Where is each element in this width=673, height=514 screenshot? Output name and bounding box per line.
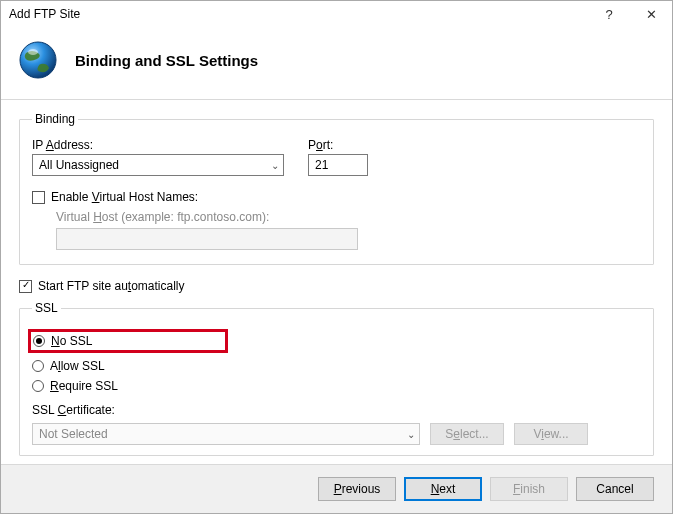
dialog-footer: Previous Next Finish Cancel	[1, 464, 672, 513]
no-ssl-highlight: No SSL	[28, 329, 228, 353]
ssl-view-button: View...	[514, 423, 588, 445]
content-area: Binding IP Address: All Unassigned ⌄ Por…	[1, 100, 672, 464]
enable-vhost-label: Enable Virtual Host Names:	[51, 190, 198, 204]
next-button[interactable]: Next	[404, 477, 482, 501]
ssl-cert-label: SSL Certificate:	[32, 403, 641, 417]
ssl-group: SSL No SSL Allow SSL Require SSL SSL Cer…	[19, 301, 654, 456]
port-input[interactable]: 21	[308, 154, 368, 176]
allow-ssl-label: Allow SSL	[50, 359, 105, 373]
finish-button: Finish	[490, 477, 568, 501]
ssl-legend: SSL	[32, 301, 61, 315]
titlebar: Add FTP Site ? ✕	[1, 1, 672, 27]
page-title: Binding and SSL Settings	[75, 52, 258, 69]
chevron-down-icon: ⌄	[271, 160, 279, 171]
svg-point-0	[20, 42, 56, 78]
autostart-label: Start FTP site automatically	[38, 279, 185, 293]
svg-point-1	[28, 49, 38, 55]
vhost-label: Virtual Host (example: ftp.contoso.com):	[56, 210, 641, 224]
dialog-header: Binding and SSL Settings	[1, 27, 672, 100]
ip-address-select[interactable]: All Unassigned ⌄	[32, 154, 284, 176]
port-label: Port:	[308, 138, 368, 152]
enable-vhost-checkbox[interactable]	[32, 191, 45, 204]
autostart-checkbox[interactable]	[19, 280, 32, 293]
allow-ssl-radio[interactable]	[32, 360, 44, 372]
ssl-cert-select: Not Selected ⌄	[32, 423, 420, 445]
ip-address-label: IP Address:	[32, 138, 284, 152]
vhost-input	[56, 228, 358, 250]
close-button[interactable]: ✕	[630, 1, 672, 27]
ssl-select-button: Select...	[430, 423, 504, 445]
require-ssl-label: Require SSL	[50, 379, 118, 393]
cancel-button[interactable]: Cancel	[576, 477, 654, 501]
binding-legend: Binding	[32, 112, 78, 126]
previous-button[interactable]: Previous	[318, 477, 396, 501]
require-ssl-radio[interactable]	[32, 380, 44, 392]
ip-address-value: All Unassigned	[39, 158, 119, 172]
binding-group: Binding IP Address: All Unassigned ⌄ Por…	[19, 112, 654, 265]
chevron-down-icon: ⌄	[407, 429, 415, 440]
help-button[interactable]: ?	[588, 1, 630, 27]
globe-icon	[17, 39, 59, 81]
no-ssl-radio[interactable]	[33, 335, 45, 347]
window-title: Add FTP Site	[9, 7, 588, 21]
no-ssl-label: No SSL	[51, 334, 92, 348]
